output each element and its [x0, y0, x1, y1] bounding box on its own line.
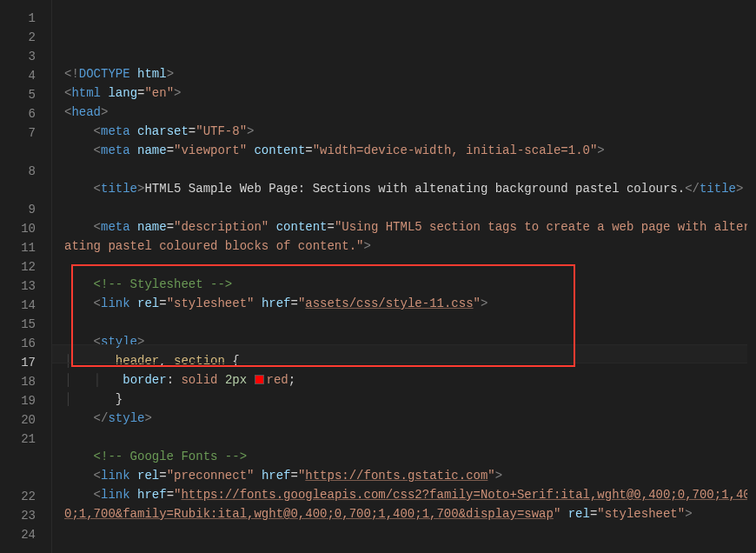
- code-line[interactable]: <meta charset="UTF-8">: [64, 122, 756, 141]
- code-line[interactable]: <!-- Stylesheet -->: [64, 275, 756, 294]
- code-line[interactable]: <link rel="stylesheet" href="assets/css/…: [64, 294, 756, 313]
- line-number: 4: [0, 66, 51, 85]
- code-line[interactable]: <title>HTML5 Sample Web Page: Sections w…: [64, 179, 756, 217]
- line-number-gutter: 123456789101112131415161718192021222324: [0, 0, 52, 553]
- code-lines: <!DOCTYPE html><html lang="en"><head> <m…: [64, 64, 756, 553]
- line-number: 11: [0, 238, 51, 257]
- code-line[interactable]: [64, 428, 756, 447]
- line-number: 2: [0, 28, 51, 47]
- code-line[interactable]: <meta name="description" content="Using …: [64, 217, 756, 256]
- line-number: 15: [0, 315, 51, 334]
- minimap[interactable]: [747, 0, 756, 553]
- color-swatch[interactable]: [255, 375, 264, 384]
- line-number: 18: [0, 372, 51, 391]
- code-area[interactable]: <!DOCTYPE html><html lang="en"><head> <m…: [52, 0, 756, 553]
- code-line[interactable]: <link href="https://fonts.googleapis.com…: [64, 485, 756, 543]
- line-number: 6: [0, 104, 51, 123]
- line-number: 20: [0, 410, 51, 430]
- code-line[interactable]: <head>: [64, 103, 756, 122]
- line-number: 17: [0, 353, 51, 372]
- line-number: 21: [0, 430, 51, 487]
- line-number: 8: [0, 162, 51, 200]
- line-number: 12: [0, 257, 51, 276]
- line-number: 1: [0, 9, 51, 28]
- line-number: 23: [0, 506, 51, 525]
- line-number: 19: [0, 391, 51, 410]
- code-line[interactable]: │ }: [64, 390, 756, 409]
- line-number: 24: [0, 525, 51, 544]
- code-line[interactable]: <meta name="viewport" content="width=dev…: [64, 141, 756, 160]
- code-line[interactable]: <html lang="en">: [64, 83, 756, 103]
- line-number: 9: [0, 200, 51, 219]
- line-number: 16: [0, 334, 51, 353]
- code-line[interactable]: </style>: [64, 409, 756, 428]
- code-line[interactable]: [64, 543, 756, 553]
- line-number: 22: [0, 487, 51, 506]
- code-line[interactable]: │ │ border: solid 2px red;: [64, 370, 756, 390]
- code-line[interactable]: <link rel="preconnect" href="https://fon…: [64, 466, 756, 485]
- code-line[interactable]: [64, 160, 756, 179]
- line-number: 7: [0, 123, 51, 162]
- line-number: 14: [0, 296, 51, 315]
- line-number: 5: [0, 85, 51, 104]
- code-line[interactable]: <!DOCTYPE html>: [64, 64, 756, 83]
- code-line[interactable]: [64, 313, 756, 332]
- line-number: 3: [0, 47, 51, 66]
- line-number: 10: [0, 219, 51, 238]
- active-line-highlight: [52, 344, 756, 363]
- code-line[interactable]: <!-- Google Fonts -->: [64, 447, 756, 466]
- code-line[interactable]: [64, 256, 756, 275]
- line-number: 13: [0, 276, 51, 296]
- code-editor[interactable]: 123456789101112131415161718192021222324 …: [0, 0, 756, 553]
